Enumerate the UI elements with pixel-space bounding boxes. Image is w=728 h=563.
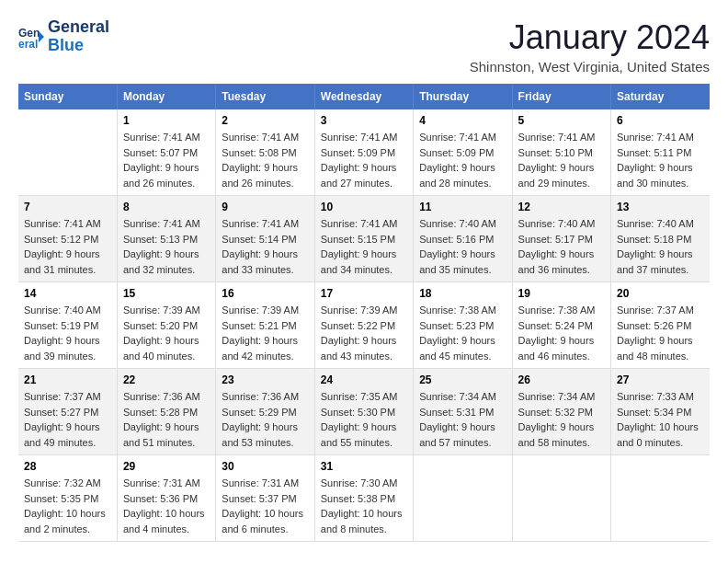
day-cell: 20Sunrise: 7:37 AMSunset: 5:26 PMDayligh… (611, 282, 710, 369)
day-info: Sunrise: 7:41 AMSunset: 5:12 PMDaylight:… (24, 216, 111, 277)
day-number: 5 (518, 114, 605, 127)
day-cell: 19Sunrise: 7:38 AMSunset: 5:24 PMDayligh… (512, 282, 610, 369)
day-info: Sunrise: 7:35 AMSunset: 5:30 PMDaylight:… (321, 389, 407, 450)
day-number: 22 (123, 373, 210, 386)
day-info: Sunrise: 7:31 AMSunset: 5:36 PMDaylight:… (123, 476, 210, 536)
day-number: 23 (222, 373, 308, 386)
day-cell: 21Sunrise: 7:37 AMSunset: 5:27 PMDayligh… (18, 369, 117, 455)
day-cell: 5Sunrise: 7:41 AMSunset: 5:10 PMDaylight… (512, 109, 610, 196)
day-info: Sunrise: 7:41 AMSunset: 5:14 PMDaylight:… (222, 216, 308, 277)
header-wednesday: Wednesday (314, 84, 413, 109)
day-cell: 31Sunrise: 7:30 AMSunset: 5:38 PMDayligh… (314, 455, 413, 542)
day-number: 28 (24, 460, 111, 473)
day-info: Sunrise: 7:38 AMSunset: 5:24 PMDaylight:… (518, 303, 605, 363)
day-number: 3 (321, 114, 407, 127)
day-cell: 9Sunrise: 7:41 AMSunset: 5:14 PMDaylight… (216, 196, 314, 282)
day-info: Sunrise: 7:39 AMSunset: 5:20 PMDaylight:… (123, 303, 210, 363)
day-info: Sunrise: 7:36 AMSunset: 5:29 PMDaylight:… (222, 389, 308, 450)
day-info: Sunrise: 7:37 AMSunset: 5:26 PMDaylight:… (617, 303, 704, 363)
logo: Gen eral General Blue (18, 18, 109, 55)
day-number: 8 (123, 201, 210, 213)
day-info: Sunrise: 7:39 AMSunset: 5:21 PMDaylight:… (222, 303, 308, 363)
day-number: 17 (321, 287, 407, 300)
day-cell: 14Sunrise: 7:40 AMSunset: 5:19 PMDayligh… (18, 282, 117, 369)
day-number: 15 (123, 287, 210, 300)
day-number: 29 (123, 460, 210, 473)
day-cell: 7Sunrise: 7:41 AMSunset: 5:12 PMDaylight… (18, 196, 117, 282)
day-info: Sunrise: 7:40 AMSunset: 5:17 PMDaylight:… (518, 216, 605, 277)
day-info: Sunrise: 7:32 AMSunset: 5:35 PMDaylight:… (24, 476, 111, 536)
svg-marker-2 (39, 31, 44, 42)
day-cell: 4Sunrise: 7:41 AMSunset: 5:09 PMDaylight… (414, 109, 512, 196)
logo-text: General Blue (48, 18, 109, 55)
day-info: Sunrise: 7:37 AMSunset: 5:27 PMDaylight:… (24, 389, 111, 450)
day-number: 16 (222, 287, 308, 300)
day-cell: 1Sunrise: 7:41 AMSunset: 5:07 PMDaylight… (117, 109, 215, 196)
header-thursday: Thursday (414, 84, 512, 109)
month-title: January 2024 (470, 18, 710, 57)
day-number: 7 (24, 201, 111, 213)
header-friday: Friday (512, 84, 610, 109)
day-number: 4 (419, 114, 506, 127)
day-number: 20 (617, 287, 704, 300)
day-info: Sunrise: 7:39 AMSunset: 5:22 PMDaylight:… (321, 303, 407, 363)
day-cell: 6Sunrise: 7:41 AMSunset: 5:11 PMDaylight… (611, 109, 710, 196)
day-info: Sunrise: 7:40 AMSunset: 5:18 PMDaylight:… (617, 216, 704, 277)
day-cell: 23Sunrise: 7:36 AMSunset: 5:29 PMDayligh… (216, 369, 314, 455)
day-cell: 18Sunrise: 7:38 AMSunset: 5:23 PMDayligh… (414, 282, 512, 369)
day-info: Sunrise: 7:41 AMSunset: 5:10 PMDaylight:… (518, 130, 605, 190)
location-title: Shinnston, West Virginia, United States (470, 59, 710, 75)
day-cell: 26Sunrise: 7:34 AMSunset: 5:32 PMDayligh… (512, 369, 610, 455)
day-info: Sunrise: 7:41 AMSunset: 5:09 PMDaylight:… (321, 130, 407, 190)
title-block: January 2024 Shinnston, West Virginia, U… (470, 18, 710, 75)
day-info: Sunrise: 7:40 AMSunset: 5:16 PMDaylight:… (419, 216, 506, 277)
day-cell: 3Sunrise: 7:41 AMSunset: 5:09 PMDaylight… (314, 109, 413, 196)
day-number: 10 (321, 201, 407, 213)
day-cell: 30Sunrise: 7:31 AMSunset: 5:37 PMDayligh… (216, 455, 314, 542)
day-cell: 16Sunrise: 7:39 AMSunset: 5:21 PMDayligh… (216, 282, 314, 369)
day-cell (512, 455, 610, 542)
day-cell: 24Sunrise: 7:35 AMSunset: 5:30 PMDayligh… (314, 369, 413, 455)
day-number: 9 (222, 201, 308, 213)
calendar-header-row: SundayMondayTuesdayWednesdayThursdayFrid… (18, 84, 710, 109)
day-cell: 15Sunrise: 7:39 AMSunset: 5:20 PMDayligh… (117, 282, 215, 369)
header-sunday: Sunday (18, 84, 117, 109)
header-saturday: Saturday (611, 84, 710, 109)
day-cell: 8Sunrise: 7:41 AMSunset: 5:13 PMDaylight… (117, 196, 215, 282)
day-number: 2 (222, 114, 308, 127)
day-number: 27 (617, 373, 704, 386)
day-number: 13 (617, 201, 704, 213)
day-cell: 25Sunrise: 7:34 AMSunset: 5:31 PMDayligh… (414, 369, 512, 455)
logo-icon: Gen eral (18, 24, 44, 50)
day-number: 14 (24, 287, 111, 300)
day-cell: 12Sunrise: 7:40 AMSunset: 5:17 PMDayligh… (512, 196, 610, 282)
svg-text:eral: eral (18, 38, 38, 50)
calendar-table: SundayMondayTuesdayWednesdayThursdayFrid… (18, 84, 710, 542)
day-cell: 27Sunrise: 7:33 AMSunset: 5:34 PMDayligh… (611, 369, 710, 455)
week-row-3: 14Sunrise: 7:40 AMSunset: 5:19 PMDayligh… (18, 282, 710, 369)
week-row-4: 21Sunrise: 7:37 AMSunset: 5:27 PMDayligh… (18, 369, 710, 455)
day-number: 18 (419, 287, 506, 300)
day-cell (18, 109, 117, 196)
day-info: Sunrise: 7:30 AMSunset: 5:38 PMDaylight:… (321, 476, 407, 536)
day-cell: 11Sunrise: 7:40 AMSunset: 5:16 PMDayligh… (414, 196, 512, 282)
day-info: Sunrise: 7:34 AMSunset: 5:31 PMDaylight:… (419, 389, 506, 450)
header-monday: Monday (117, 84, 215, 109)
header-tuesday: Tuesday (216, 84, 314, 109)
week-row-5: 28Sunrise: 7:32 AMSunset: 5:35 PMDayligh… (18, 455, 710, 542)
day-cell: 17Sunrise: 7:39 AMSunset: 5:22 PMDayligh… (314, 282, 413, 369)
day-number: 19 (518, 287, 605, 300)
day-cell (414, 455, 512, 542)
page-header: Gen eral General Blue January 2024 Shinn… (18, 18, 710, 75)
week-row-1: 1Sunrise: 7:41 AMSunset: 5:07 PMDaylight… (18, 109, 710, 196)
day-number: 24 (321, 373, 407, 386)
day-info: Sunrise: 7:33 AMSunset: 5:34 PMDaylight:… (617, 389, 704, 450)
day-info: Sunrise: 7:36 AMSunset: 5:28 PMDaylight:… (123, 389, 210, 450)
day-number: 11 (419, 201, 506, 213)
day-info: Sunrise: 7:41 AMSunset: 5:09 PMDaylight:… (419, 130, 506, 190)
day-cell: 29Sunrise: 7:31 AMSunset: 5:36 PMDayligh… (117, 455, 215, 542)
day-info: Sunrise: 7:31 AMSunset: 5:37 PMDaylight:… (222, 476, 308, 536)
day-info: Sunrise: 7:38 AMSunset: 5:23 PMDaylight:… (419, 303, 506, 363)
day-number: 1 (123, 114, 210, 127)
day-number: 26 (518, 373, 605, 386)
